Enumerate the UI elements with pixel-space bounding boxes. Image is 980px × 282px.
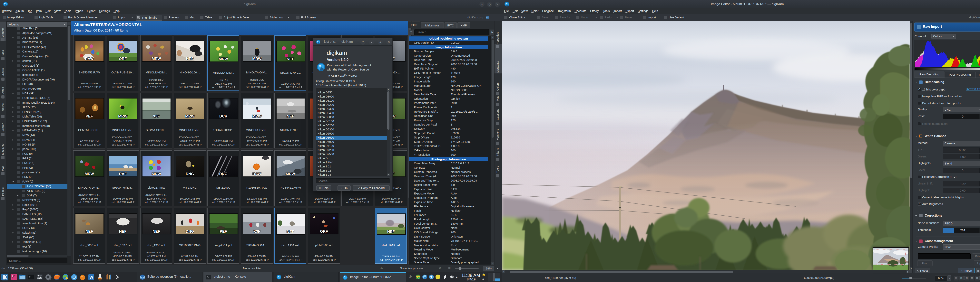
svg-text:W: W [89, 275, 93, 279]
